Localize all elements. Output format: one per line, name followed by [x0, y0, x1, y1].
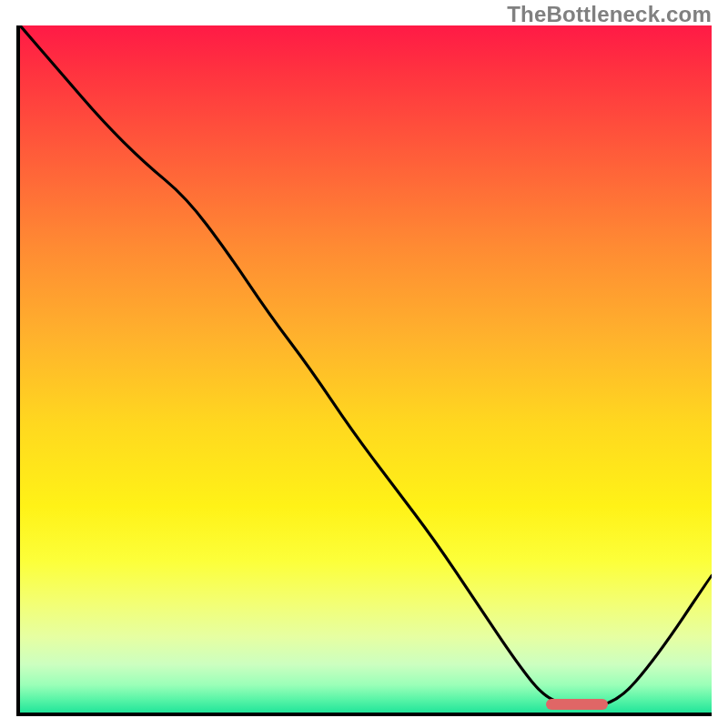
optimum-marker: [546, 699, 608, 710]
bottleneck-chart: TheBottleneck.com: [0, 0, 728, 728]
bottleneck-curve-path: [20, 25, 712, 705]
watermark-text: TheBottleneck.com: [507, 2, 712, 27]
curve-svg: [20, 25, 712, 713]
plot-area: [16, 25, 712, 716]
